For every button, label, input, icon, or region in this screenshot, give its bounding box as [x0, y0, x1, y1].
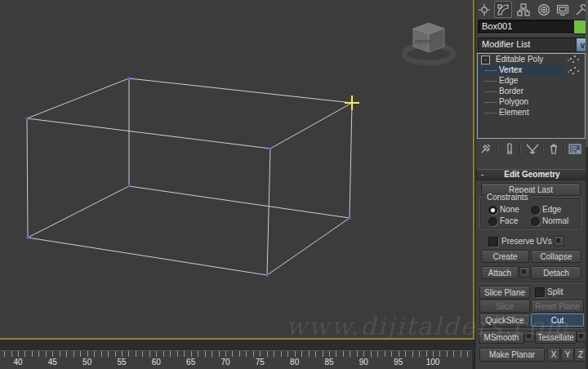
box-edge[interactable] [27, 118, 270, 149]
collapse-tree-icon[interactable]: - [481, 56, 490, 64]
ruler-tick [94, 351, 95, 357]
create-button[interactable]: Create [481, 250, 529, 263]
edit-geometry-rollout-header[interactable]: - Edit Geometry [476, 169, 588, 180]
detach-button[interactable]: Detach [531, 266, 581, 279]
rollout-title: Edit Geometry [504, 170, 559, 179]
ruler-tick [80, 351, 81, 357]
ruler-tick [253, 351, 254, 357]
box-vertex[interactable] [128, 185, 131, 188]
viewcube[interactable]: FRONT [402, 18, 459, 69]
tree-branch-line [485, 102, 497, 103]
ruler-tick [357, 351, 358, 357]
make-planar-x-button[interactable]: X [547, 348, 560, 362]
collapse-button[interactable]: Collapse [531, 250, 581, 263]
box-edge[interactable] [129, 78, 352, 103]
timeline-bar: 404550556065707580859095100 [0, 340, 474, 369]
box-vertex[interactable] [349, 217, 351, 220]
tree-branch-line [485, 70, 497, 71]
quickslice-button[interactable]: QuickSlice [479, 313, 530, 327]
rollout-collapse-icon[interactable]: - [481, 170, 483, 180]
constraint-radio-edge[interactable] [531, 206, 540, 215]
time-ruler[interactable]: 404550556065707580859095100 [0, 350, 472, 369]
msmooth-button[interactable]: MSmooth [479, 331, 524, 344]
ruler-label: 60 [152, 358, 161, 367]
stack-item-polygon[interactable]: Polygon [478, 96, 585, 107]
box-edge[interactable] [267, 218, 350, 275]
box-edge[interactable] [270, 103, 352, 149]
split-checkbox[interactable] [535, 287, 545, 297]
pin-stack-icon[interactable] [479, 141, 495, 156]
ruler-tick [363, 351, 364, 357]
attach-settings-button[interactable] [519, 267, 530, 278]
cut-button[interactable]: Cut [531, 313, 584, 327]
constraint-radio-normal[interactable] [531, 217, 540, 226]
ruler-tick [18, 351, 19, 357]
ruler-tick [122, 351, 122, 357]
ruler-label: 70 [220, 358, 229, 367]
ruler-tick [108, 351, 109, 357]
ruler-tick [246, 351, 247, 357]
perspective-viewport[interactable]: FRONT [0, 0, 474, 340]
stack-item-edge[interactable]: Edge [478, 75, 585, 86]
preserve-uvs-checkbox[interactable] [488, 237, 498, 247]
sparkle-decoration [570, 58, 572, 60]
show-end-result-icon[interactable] [501, 141, 518, 156]
box-edge[interactable] [350, 103, 352, 218]
modifier-list-dropdown[interactable]: Modifier List v [478, 38, 588, 52]
box-edge[interactable] [129, 186, 350, 218]
stack-item-vertex[interactable]: Vertex [478, 64, 564, 75]
box-vertex[interactable] [27, 237, 29, 239]
stack-item-editable-poly[interactable]: -Editable Poly [478, 54, 585, 64]
ruler-tick [87, 351, 88, 357]
tessellate-button[interactable]: Tessellate [535, 331, 577, 344]
box-vertex[interactable] [270, 148, 272, 150]
ruler-tick [239, 351, 240, 357]
reset-plane-button: Reset Plane [531, 300, 584, 313]
modifier-stack[interactable]: -Editable PolyVertexEdgeBorderPolygonEle… [477, 53, 586, 139]
stack-item-element[interactable]: Element [478, 107, 585, 118]
box-vertex[interactable] [266, 274, 269, 277]
make-unique-icon[interactable] [524, 141, 541, 156]
tab-motion[interactable] [535, 1, 553, 18]
ruler-tick [225, 351, 226, 357]
ruler-label: 40 [13, 358, 22, 367]
constraint-radio-face[interactable] [488, 217, 497, 226]
remove-modifier-icon[interactable] [546, 141, 562, 156]
stack-item-label: Element [497, 108, 529, 117]
ruler-tick [156, 351, 157, 357]
ruler-label: 50 [82, 358, 91, 367]
ruler-tick [267, 351, 268, 357]
ruler-tick [52, 351, 53, 357]
constraint-label: Normal [542, 216, 568, 225]
box-edge[interactable] [28, 238, 267, 275]
box-vertex[interactable] [26, 118, 29, 120]
slice-plane-button[interactable]: Slice Plane [479, 286, 530, 299]
tab-hierarchy[interactable] [514, 1, 532, 18]
stack-item-border[interactable]: Border [478, 86, 585, 96]
box-vertex[interactable] [128, 78, 131, 80]
object-name-field[interactable]: Box001 [478, 20, 574, 33]
msmooth-settings-button[interactable] [524, 331, 535, 342]
ruler-tick [385, 351, 385, 357]
ruler-tick [60, 351, 60, 357]
attach-button[interactable]: Attach [481, 266, 519, 279]
box-edge[interactable] [27, 118, 28, 238]
ruler-label: 100 [426, 358, 440, 367]
ruler-tick [128, 351, 129, 357]
configure-modifier-sets-icon[interactable] [567, 141, 583, 156]
constraint-radio-none[interactable] [488, 206, 497, 215]
make-planar-y-button[interactable]: Y [561, 348, 574, 362]
tab-display[interactable] [554, 1, 572, 18]
box-edge[interactable] [28, 186, 129, 238]
stack-item-label: Polygon [497, 97, 528, 106]
tab-create[interactable] [475, 1, 493, 18]
tab-modify[interactable] [494, 1, 512, 18]
ruler-tick [447, 351, 448, 357]
ruler-tick [170, 351, 171, 357]
box-edge[interactable] [27, 78, 129, 118]
box-edge[interactable] [267, 149, 270, 275]
make-planar-button[interactable]: Make Planar [479, 348, 545, 362]
separator [478, 282, 584, 282]
ruler-tick [101, 351, 102, 357]
preserve-uvs-settings-button[interactable] [554, 236, 564, 247]
